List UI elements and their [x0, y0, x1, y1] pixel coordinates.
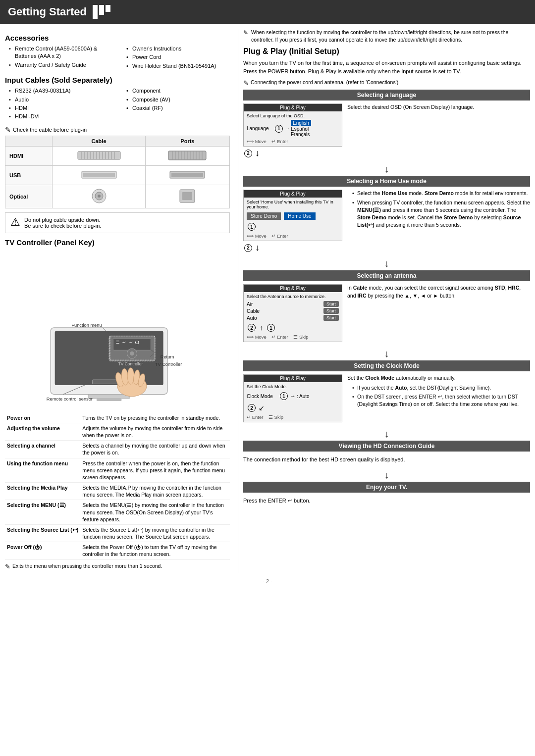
- cable-optical-port: [145, 185, 229, 208]
- col-header-ports: Ports: [145, 136, 229, 146]
- arrow-down-3: ↓: [243, 348, 530, 359]
- store-demo-btn[interactable]: Store Demo: [247, 212, 281, 220]
- antenna-auto-start[interactable]: Start: [323, 315, 339, 321]
- antenna-air-start[interactable]: Start: [323, 301, 339, 307]
- optical-cable-svg: [87, 187, 111, 205]
- list-item: When pressing TV controller, the functio…: [352, 199, 530, 229]
- exits-note-text: Exits the menu when pressing the control…: [12, 563, 162, 569]
- list-item: Select the Home Use mode. Store Demo mod…: [352, 190, 530, 197]
- table-row: USB: [5, 165, 230, 185]
- function-key: Selecting the Media Play: [5, 483, 80, 500]
- section-hd-guide-header: Viewing the HD Connection Guide: [243, 441, 530, 452]
- section-antenna: Selecting an antenna Plug & Play Select …: [243, 270, 530, 343]
- accessories-left: Remote Control (AA59-00600A) & Batteries…: [5, 45, 112, 71]
- svg-text:↩: ↩: [129, 340, 133, 345]
- right-column: When selecting the function by moving th…: [238, 29, 530, 573]
- list-item: Composite (AV): [126, 96, 230, 103]
- clock-field-label: Clock Mode: [247, 394, 279, 399]
- function-desc: Adjusts the volume by moving the control…: [80, 423, 230, 440]
- list-item: Wire Holder Stand (BN61-05491A): [126, 62, 230, 70]
- antenna-cable-label: Cable: [247, 308, 260, 314]
- option-francais: Français: [291, 132, 311, 137]
- circle-1: 1: [275, 125, 283, 133]
- plug-play-title-text: Plug & Play (Initial Setup): [243, 47, 339, 55]
- clock-screen-label: Set the Clock Mode.: [247, 384, 339, 389]
- language-description: Select the desired OSD (On Screen Displa…: [347, 103, 530, 111]
- arrow-down-5: ↓: [243, 469, 530, 481]
- circle-1-homeuse: 1: [248, 223, 256, 231]
- function-key: Selecting the Source List (↩): [5, 524, 80, 542]
- list-item: Coaxial (RF): [126, 104, 230, 112]
- table-row: Using the function menu Press the contro…: [5, 458, 230, 483]
- list-item: Owner's Instructions: [126, 45, 230, 52]
- circle-1-clock: 1: [280, 392, 288, 400]
- function-desc: Selects a channel by moving the controll…: [80, 441, 230, 458]
- col-header-type: [5, 136, 53, 146]
- down-arrow-lang: ↓: [255, 148, 260, 158]
- svg-rect-33: [182, 192, 192, 200]
- section-language-header: Selecting a language: [243, 90, 530, 101]
- svg-rect-36: [88, 394, 130, 398]
- function-desc: Selects the MEDIA.P by moving the contro…: [80, 483, 230, 500]
- section-clock-header: Setting the Clock Mode: [243, 360, 530, 371]
- connection-note-text: Connecting the power cord and antenna. (…: [251, 79, 398, 85]
- svg-text:☰: ☰: [116, 340, 119, 345]
- cable-hdmi-cable: [53, 146, 146, 165]
- connection-note: ✎ Connecting the power cord and antenna.…: [243, 79, 530, 87]
- list-item: Audio: [9, 96, 112, 103]
- cable-check-text: Check the cable before plug-in: [13, 127, 87, 133]
- page-title: Getting Started: [8, 5, 87, 18]
- page-number: - 2 -: [0, 573, 535, 589]
- accessories-right: Owner's Instructions Power Cord Wire Hol…: [122, 45, 230, 71]
- list-item: Warranty Card / Safety Guide: [9, 61, 112, 69]
- function-desc: Selects the MENU(☰) by moving the contro…: [80, 500, 230, 525]
- function-menu-label: Function menu: [71, 323, 102, 328]
- circle-1-antenna: 1: [267, 324, 275, 332]
- home-use-step2: 2 ↓: [243, 243, 342, 253]
- antenna-nav: ⟺ Move ↵ Enter ☰ Skip: [247, 334, 339, 340]
- warning-line-2: Be sure to check before plug-in.: [24, 223, 101, 229]
- function-table: Power on Turns the TV on by pressing the…: [5, 413, 230, 560]
- input-cables-left: RS232 (AA39-00311A) Audio HDMI HDMI-DVI: [5, 87, 112, 122]
- svg-point-45: [130, 352, 134, 355]
- cable-check-note: ✎ Check the cable before plug-in: [5, 126, 230, 134]
- warning-icon: ⚠: [10, 217, 20, 228]
- home-use-screen-title: Plug & Play: [244, 190, 342, 198]
- clock-desc-main: Set the Clock Mode automatically or manu…: [347, 375, 456, 381]
- home-use-screen: Plug & Play Select 'Home Use' when insta…: [243, 190, 342, 253]
- table-row: Power on Turns the TV on by pressing the…: [5, 413, 230, 423]
- arrow-right: →: [285, 126, 290, 131]
- section-clock-content: Plug & Play Set the Clock Mode. Clock Mo…: [243, 374, 530, 423]
- section-home-use-content: Plug & Play Select 'Home Use' when insta…: [243, 190, 530, 253]
- return-label: Return: [160, 354, 174, 359]
- warning-text: Do not plug cable upside down. Be sure t…: [24, 217, 101, 229]
- hd-guide-text: The connection method for the best HD sc…: [243, 454, 530, 464]
- table-row: Selecting a channel Selects a channel by…: [5, 441, 230, 458]
- clock-screen-title: Plug & Play: [244, 375, 342, 382]
- option-english: English: [291, 120, 311, 126]
- antenna-up-arrow: ↑: [260, 324, 263, 332]
- svg-text:TV Controller: TV Controller: [155, 362, 182, 367]
- antenna-auto-label: Auto: [247, 315, 257, 321]
- antenna-cable-start[interactable]: Start: [323, 308, 339, 314]
- hdmi-cable-svg: [77, 149, 121, 162]
- plug-play-intro-text: When you turn the TV on for the first ti…: [243, 60, 522, 74]
- tv-controller-title: TV Controller (Panel Key): [5, 238, 230, 247]
- usb-port-svg: [167, 168, 207, 182]
- note-icon: ✎: [5, 563, 10, 570]
- clock-field-row: Clock Mode 1 → : Auto: [247, 391, 339, 401]
- left-column: Accessories Remote Control (AA59-00600A)…: [5, 29, 238, 573]
- cable-table: Cable Ports HDMI: [5, 136, 230, 208]
- home-use-bullets: Select the Home Use mode. Store Demo mod…: [347, 190, 530, 229]
- svg-point-55: [127, 367, 134, 384]
- home-use-screen-box: Plug & Play Select 'Home Use' when insta…: [243, 190, 342, 241]
- antenna-screen: Plug & Play Select the Antenna source to…: [243, 284, 342, 343]
- language-field-label: Language: [247, 126, 274, 131]
- section-home-use: Selecting a Home Use mode Plug & Play Se…: [243, 176, 530, 253]
- controller-diagram: ☰ ↩ ↩ ⏻ Function menu Return: [5, 251, 230, 409]
- list-item: RS232 (AA39-00311A): [9, 87, 112, 95]
- section-hd-guide: Viewing the HD Connection Guide The conn…: [243, 441, 530, 464]
- function-key: Selecting a channel: [5, 441, 80, 458]
- header-bar-3: [106, 5, 110, 12]
- home-use-btn[interactable]: Home Use: [284, 212, 315, 220]
